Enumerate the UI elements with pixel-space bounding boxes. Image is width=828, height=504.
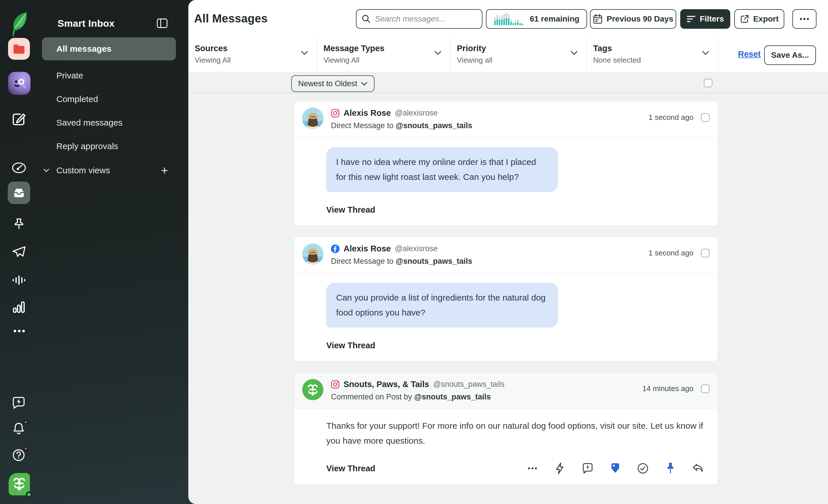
sidebar-item-completed[interactable]: Completed — [56, 94, 98, 104]
message-context: Direct Message to @snouts_paws_tails — [331, 257, 649, 266]
select-checkbox[interactable] — [701, 384, 710, 393]
message-context: Direct Message to @snouts_paws_tails — [331, 121, 649, 130]
avatar — [302, 379, 323, 400]
header-more-button[interactable] — [792, 9, 817, 29]
help-notification-dot — [23, 446, 29, 451]
send-plane-icon[interactable] — [12, 245, 26, 259]
sender-name[interactable]: Alexis Rose — [343, 244, 391, 254]
filter-value: Viewing All — [195, 56, 231, 65]
chevron-down-icon — [43, 168, 49, 172]
more-actions-icon[interactable] — [526, 462, 539, 475]
complete-check-icon[interactable] — [636, 462, 649, 475]
message-card[interactable]: Alexis Rose @alexisrose Direct Message t… — [294, 237, 718, 362]
sidebar-item-saved-messages[interactable]: Saved messages — [56, 118, 122, 128]
sender-handle: @snouts_paws_tails — [433, 380, 505, 389]
tag-icon[interactable] — [609, 462, 622, 475]
shared-folder-icon[interactable] — [8, 38, 30, 60]
chevron-down-icon — [301, 51, 308, 55]
list-divider — [188, 93, 828, 93]
reports-bars-icon[interactable] — [13, 301, 25, 313]
export-icon — [740, 14, 749, 24]
sender-name[interactable]: Alexis Rose — [343, 108, 391, 118]
sender-info: Alexis Rose @alexisrose Direct Message t… — [331, 108, 649, 130]
sidebar-custom-views[interactable]: Custom views + — [38, 165, 173, 178]
save-as-label: Save As... — [771, 51, 809, 60]
notification-dot — [23, 419, 29, 425]
view-thread-link[interactable]: View Thread — [326, 464, 375, 473]
message-card[interactable]: Alexis Rose @alexisrose Direct Message t… — [294, 101, 718, 226]
sidebar-item-all-messages[interactable]: All messages — [42, 37, 176, 60]
remaining-quota-button[interactable]: 61 remaining — [486, 9, 587, 29]
export-label: Export — [753, 14, 779, 24]
reset-filters-link[interactable]: Reset — [738, 49, 761, 59]
dashboard-gauge-icon[interactable] — [11, 162, 27, 174]
message-body: Can you provide a list of ingredients fo… — [294, 273, 717, 361]
help-icon[interactable] — [12, 448, 26, 462]
select-checkbox[interactable] — [701, 249, 710, 258]
date-range-button[interactable]: Previous 90 Days — [590, 9, 676, 29]
message-header: Alexis Rose @alexisrose Direct Message t… — [294, 237, 717, 273]
instagram-icon — [331, 109, 339, 118]
reply-icon[interactable] — [692, 462, 704, 475]
sidebar-item-private[interactable]: Private — [56, 71, 83, 81]
ellipsis-icon — [799, 17, 809, 20]
save-as-button[interactable]: Save As... — [764, 45, 816, 65]
listening-wave-icon[interactable] — [12, 274, 26, 287]
filter-sources[interactable]: Sources Viewing All — [188, 38, 317, 72]
message-card[interactable]: Snouts, Paws, & Tails @snouts_paws_tails… — [294, 372, 718, 485]
automation-chat-icon[interactable] — [12, 396, 26, 410]
more-nav-icon[interactable] — [13, 329, 25, 333]
brand-profile-avatar[interactable] — [9, 473, 30, 495]
chevron-down-icon — [434, 51, 442, 55]
inbox-nav-icon[interactable] — [8, 182, 30, 204]
sidebar-item-reply-approvals[interactable]: Reply approvals — [56, 141, 118, 151]
select-checkbox[interactable] — [701, 113, 710, 122]
filters-button[interactable]: Filters — [680, 9, 730, 29]
select-all-checkbox[interactable] — [704, 79, 712, 87]
saved-reply-icon[interactable] — [581, 462, 594, 475]
compose-icon[interactable] — [11, 111, 27, 127]
page-title: All Messages — [194, 12, 268, 25]
sender-handle: @alexisrose — [395, 108, 438, 118]
message-context: Commented on Post by @snouts_paws_tails — [331, 393, 642, 401]
filter-label: Tags — [593, 44, 612, 53]
message-meta: 1 second ago — [649, 248, 710, 258]
add-custom-view-button[interactable]: + — [161, 164, 168, 177]
filter-bar: Sources Viewing All Message Types Viewin… — [188, 38, 828, 72]
sender-info: Alexis Rose @alexisrose Direct Message t… — [331, 243, 649, 266]
app-avatar-icon[interactable] — [8, 72, 31, 95]
chevron-down-icon — [702, 51, 709, 55]
view-thread-link[interactable]: View Thread — [326, 205, 375, 215]
pin-nav-icon[interactable] — [13, 218, 25, 232]
sort-label: Newest to Oldest — [298, 79, 357, 88]
sidebar: Smart Inbox All messages Private Complet… — [38, 0, 188, 504]
filter-priority[interactable]: Priority Viewing all — [451, 38, 587, 72]
message-bubble: Can you provide a list of ingredients fo… — [326, 283, 558, 328]
timestamp: 1 second ago — [649, 113, 694, 122]
export-button[interactable]: Export — [734, 9, 784, 29]
facebook-icon — [331, 244, 339, 253]
filter-tags[interactable]: Tags None selected — [587, 38, 718, 72]
timestamp: 14 minutes ago — [642, 384, 694, 393]
message-header: Snouts, Paws, & Tails @snouts_paws_tails… — [294, 373, 717, 409]
filter-lines-icon — [687, 15, 696, 23]
sender-name[interactable]: Snouts, Paws, & Tails — [343, 379, 429, 389]
sort-dropdown[interactable]: Newest to Oldest — [291, 75, 375, 92]
avatar — [302, 243, 323, 265]
search-box[interactable] — [356, 9, 483, 29]
message-meta: 1 second ago — [649, 113, 710, 122]
custom-views-label: Custom views — [56, 166, 110, 175]
context-target: @snouts_paws_tails — [414, 393, 491, 401]
filter-label: Message Types — [323, 44, 384, 53]
view-thread-link[interactable]: View Thread — [326, 341, 375, 350]
message-text: Thanks for your support! For more info o… — [326, 418, 707, 448]
filter-message-types[interactable]: Message Types Viewing All — [317, 38, 451, 72]
pin-icon[interactable] — [664, 462, 677, 475]
collapse-panel-icon[interactable] — [156, 18, 168, 29]
quick-action-lightning-icon[interactable] — [554, 462, 566, 475]
message-body: I have no idea where my online order is … — [294, 137, 717, 226]
notifications-bell-icon[interactable] — [12, 422, 26, 436]
message-meta: 14 minutes ago — [642, 384, 710, 393]
avatar — [302, 108, 323, 129]
search-input[interactable] — [375, 14, 480, 24]
